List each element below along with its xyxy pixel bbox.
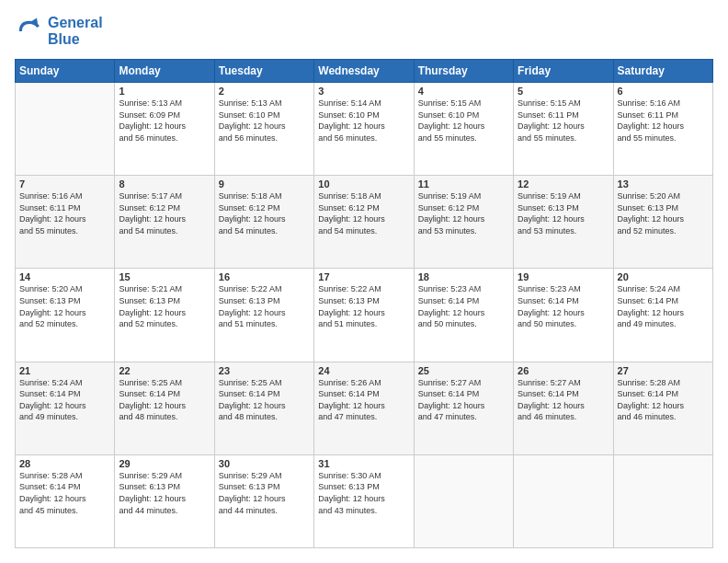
day-number: 3 xyxy=(318,86,409,97)
calendar-day-cell: 7Sunrise: 5:16 AM Sunset: 6:11 PM Daylig… xyxy=(16,176,115,269)
day-info: Sunrise: 5:16 AM Sunset: 6:11 PM Dayligh… xyxy=(19,190,110,236)
calendar-day-cell: 23Sunrise: 5:25 AM Sunset: 6:14 PM Dayli… xyxy=(214,362,313,454)
day-info: Sunrise: 5:14 AM Sunset: 6:10 PM Dayligh… xyxy=(318,98,409,144)
calendar-day-cell: 13Sunrise: 5:20 AM Sunset: 6:13 PM Dayli… xyxy=(613,176,712,269)
calendar-week-row: 1Sunrise: 5:13 AM Sunset: 6:09 PM Daylig… xyxy=(16,83,713,176)
weekday-header-row: SundayMondayTuesdayWednesdayThursdayFrid… xyxy=(16,60,713,83)
day-info: Sunrise: 5:29 AM Sunset: 6:13 PM Dayligh… xyxy=(219,470,310,516)
day-number: 29 xyxy=(119,458,210,469)
calendar-day-cell: 11Sunrise: 5:19 AM Sunset: 6:12 PM Dayli… xyxy=(414,176,513,269)
day-info: Sunrise: 5:24 AM Sunset: 6:14 PM Dayligh… xyxy=(19,377,110,423)
calendar-day-cell: 18Sunrise: 5:23 AM Sunset: 6:14 PM Dayli… xyxy=(414,269,513,362)
day-info: Sunrise: 5:18 AM Sunset: 6:12 PM Dayligh… xyxy=(219,190,310,236)
calendar-day-cell: 21Sunrise: 5:24 AM Sunset: 6:14 PM Dayli… xyxy=(16,362,115,454)
calendar-day-cell: 27Sunrise: 5:28 AM Sunset: 6:14 PM Dayli… xyxy=(613,362,712,454)
day-number: 14 xyxy=(19,271,110,282)
day-info: Sunrise: 5:24 AM Sunset: 6:14 PM Dayligh… xyxy=(618,283,709,329)
day-number: 6 xyxy=(618,86,709,97)
calendar-day-cell: 31Sunrise: 5:30 AM Sunset: 6:13 PM Dayli… xyxy=(314,454,414,547)
calendar-day-cell: 24Sunrise: 5:26 AM Sunset: 6:14 PM Dayli… xyxy=(314,362,414,454)
calendar-week-row: 21Sunrise: 5:24 AM Sunset: 6:14 PM Dayli… xyxy=(16,362,713,454)
weekday-header-thursday: Thursday xyxy=(414,60,513,83)
day-info: Sunrise: 5:19 AM Sunset: 6:13 PM Dayligh… xyxy=(518,190,609,236)
calendar-day-cell: 16Sunrise: 5:22 AM Sunset: 6:13 PM Dayli… xyxy=(214,269,313,362)
calendar-day-cell: 15Sunrise: 5:21 AM Sunset: 6:13 PM Dayli… xyxy=(115,269,214,362)
day-number: 7 xyxy=(19,178,110,190)
calendar-day-cell: 17Sunrise: 5:22 AM Sunset: 6:13 PM Dayli… xyxy=(314,269,414,362)
calendar-day-cell xyxy=(16,83,115,176)
day-number: 30 xyxy=(219,458,310,469)
day-info: Sunrise: 5:27 AM Sunset: 6:14 PM Dayligh… xyxy=(518,377,609,423)
calendar-week-row: 28Sunrise: 5:28 AM Sunset: 6:14 PM Dayli… xyxy=(16,454,713,547)
day-number: 23 xyxy=(219,365,310,376)
calendar-week-row: 14Sunrise: 5:20 AM Sunset: 6:13 PM Dayli… xyxy=(16,269,713,362)
logo-text: General Blue xyxy=(48,15,103,48)
calendar-day-cell: 2Sunrise: 5:13 AM Sunset: 6:10 PM Daylig… xyxy=(214,83,313,176)
weekday-header-sunday: Sunday xyxy=(16,60,115,83)
day-info: Sunrise: 5:27 AM Sunset: 6:14 PM Dayligh… xyxy=(418,377,509,423)
calendar-day-cell: 26Sunrise: 5:27 AM Sunset: 6:14 PM Dayli… xyxy=(514,362,613,454)
calendar-day-cell: 1Sunrise: 5:13 AM Sunset: 6:09 PM Daylig… xyxy=(115,83,214,176)
calendar-day-cell: 30Sunrise: 5:29 AM Sunset: 6:13 PM Dayli… xyxy=(214,454,313,547)
calendar-day-cell: 12Sunrise: 5:19 AM Sunset: 6:13 PM Dayli… xyxy=(514,176,613,269)
day-info: Sunrise: 5:28 AM Sunset: 6:14 PM Dayligh… xyxy=(618,377,709,423)
calendar-table: SundayMondayTuesdayWednesdayThursdayFrid… xyxy=(15,59,713,548)
calendar-day-cell xyxy=(514,454,613,547)
calendar-day-cell: 6Sunrise: 5:16 AM Sunset: 6:11 PM Daylig… xyxy=(613,83,712,176)
day-info: Sunrise: 5:21 AM Sunset: 6:13 PM Dayligh… xyxy=(119,283,210,329)
day-number: 22 xyxy=(119,365,210,376)
calendar-day-cell: 3Sunrise: 5:14 AM Sunset: 6:10 PM Daylig… xyxy=(314,83,414,176)
day-info: Sunrise: 5:28 AM Sunset: 6:14 PM Dayligh… xyxy=(19,470,110,516)
weekday-header-tuesday: Tuesday xyxy=(214,60,313,83)
calendar-day-cell xyxy=(414,454,513,547)
day-number: 15 xyxy=(119,271,210,282)
day-number: 21 xyxy=(19,365,110,376)
calendar-day-cell: 28Sunrise: 5:28 AM Sunset: 6:14 PM Dayli… xyxy=(16,454,115,547)
day-number: 20 xyxy=(618,271,709,282)
day-number: 24 xyxy=(318,365,409,376)
weekday-header-wednesday: Wednesday xyxy=(314,60,414,83)
day-info: Sunrise: 5:23 AM Sunset: 6:14 PM Dayligh… xyxy=(518,283,609,329)
day-info: Sunrise: 5:17 AM Sunset: 6:12 PM Dayligh… xyxy=(119,190,210,236)
calendar-day-cell: 4Sunrise: 5:15 AM Sunset: 6:10 PM Daylig… xyxy=(414,83,513,176)
day-number: 11 xyxy=(418,178,509,190)
day-number: 8 xyxy=(119,178,210,190)
calendar-day-cell: 14Sunrise: 5:20 AM Sunset: 6:13 PM Dayli… xyxy=(16,269,115,362)
day-number: 27 xyxy=(618,365,709,376)
day-number: 12 xyxy=(518,178,609,190)
calendar-day-cell xyxy=(613,454,712,547)
day-number: 10 xyxy=(318,178,409,190)
day-info: Sunrise: 5:20 AM Sunset: 6:13 PM Dayligh… xyxy=(618,190,709,236)
day-number: 16 xyxy=(219,271,310,282)
day-number: 19 xyxy=(518,271,609,282)
calendar-day-cell: 20Sunrise: 5:24 AM Sunset: 6:14 PM Dayli… xyxy=(613,269,712,362)
day-number: 9 xyxy=(219,178,310,190)
logo-icon xyxy=(15,17,44,46)
calendar-day-cell: 25Sunrise: 5:27 AM Sunset: 6:14 PM Dayli… xyxy=(414,362,513,454)
main-container: General Blue SundayMondayTuesdayWednesda… xyxy=(0,0,728,563)
day-number: 2 xyxy=(219,86,310,97)
day-info: Sunrise: 5:29 AM Sunset: 6:13 PM Dayligh… xyxy=(119,470,210,516)
weekday-header-friday: Friday xyxy=(514,60,613,83)
day-info: Sunrise: 5:25 AM Sunset: 6:14 PM Dayligh… xyxy=(219,377,310,423)
day-info: Sunrise: 5:23 AM Sunset: 6:14 PM Dayligh… xyxy=(418,283,509,329)
header: General Blue xyxy=(15,15,713,48)
day-number: 18 xyxy=(418,271,509,282)
day-info: Sunrise: 5:25 AM Sunset: 6:14 PM Dayligh… xyxy=(119,377,210,423)
day-info: Sunrise: 5:19 AM Sunset: 6:12 PM Dayligh… xyxy=(418,190,509,236)
weekday-header-monday: Monday xyxy=(115,60,214,83)
day-number: 4 xyxy=(418,86,509,97)
calendar-day-cell: 22Sunrise: 5:25 AM Sunset: 6:14 PM Dayli… xyxy=(115,362,214,454)
day-number: 1 xyxy=(119,86,210,97)
day-info: Sunrise: 5:22 AM Sunset: 6:13 PM Dayligh… xyxy=(318,283,409,329)
calendar-day-cell: 5Sunrise: 5:15 AM Sunset: 6:11 PM Daylig… xyxy=(514,83,613,176)
day-info: Sunrise: 5:26 AM Sunset: 6:14 PM Dayligh… xyxy=(318,377,409,423)
day-number: 26 xyxy=(518,365,609,376)
day-number: 5 xyxy=(518,86,609,97)
calendar-day-cell: 9Sunrise: 5:18 AM Sunset: 6:12 PM Daylig… xyxy=(214,176,313,269)
day-info: Sunrise: 5:15 AM Sunset: 6:10 PM Dayligh… xyxy=(418,98,509,144)
day-number: 28 xyxy=(19,458,110,469)
logo: General Blue xyxy=(15,15,103,48)
day-info: Sunrise: 5:13 AM Sunset: 6:09 PM Dayligh… xyxy=(119,98,210,144)
weekday-header-saturday: Saturday xyxy=(613,60,712,83)
